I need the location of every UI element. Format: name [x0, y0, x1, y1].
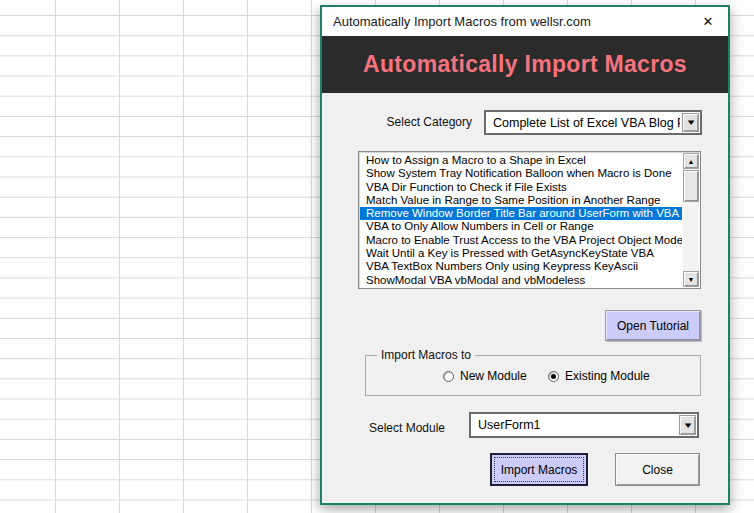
module-dropdown-arrow-button[interactable]: ▼: [679, 415, 696, 435]
module-label: Select Module: [342, 421, 445, 435]
scrollbar-thumb[interactable]: [683, 170, 699, 202]
scroll-down-icon: ▼: [688, 276, 695, 283]
macro-listbox[interactable]: How to Assign a Macro to a Shape in Exce…: [358, 151, 701, 289]
category-dropdown[interactable]: Complete List of Excel VBA Blog Posts ▼: [484, 110, 702, 135]
list-item[interactable]: Macro to Enable Trust Access to the VBA …: [360, 234, 682, 247]
dialog-title: Automatically Import Macros from wellsr.…: [322, 14, 688, 29]
radio-existing-module[interactable]: Existing Module: [548, 369, 650, 383]
list-item[interactable]: Show System Tray Notification Balloon wh…: [360, 167, 682, 180]
list-item[interactable]: VBA TextBox Numbers Only using Keypress …: [360, 260, 682, 273]
dialog-titlebar: Automatically Import Macros from wellsr.…: [322, 7, 728, 36]
scroll-up-button[interactable]: ▲: [683, 153, 699, 169]
category-value: Complete List of Excel VBA Blog Posts: [493, 112, 680, 133]
import-macros-button[interactable]: Import Macros: [490, 453, 588, 486]
macro-list-items: How to Assign a Macro to a Shape in Exce…: [360, 154, 682, 286]
close-dialog-button[interactable]: Close: [615, 453, 700, 486]
scroll-up-icon: ▲: [688, 158, 695, 165]
radio-label: New Module: [460, 369, 527, 383]
dialog-header: Automatically Import Macros: [322, 36, 728, 93]
listbox-scrollbar[interactable]: ▲ ▼: [683, 153, 699, 287]
category-label: Select Category: [346, 115, 472, 129]
header-title: Automatically Import Macros: [363, 51, 687, 78]
chevron-down-icon: ▼: [682, 421, 693, 430]
list-item[interactable]: Remove Window Border Title Bar around Us…: [360, 207, 682, 220]
scroll-down-button[interactable]: ▼: [683, 271, 699, 287]
list-item[interactable]: VBA Dir Function to Check if File Exists: [360, 181, 682, 194]
close-button[interactable]: ✕: [688, 7, 728, 36]
radio-new-module[interactable]: New Module: [443, 369, 527, 383]
import-to-options: New ModuleExisting Module: [366, 356, 700, 395]
radio-icon: [548, 371, 559, 382]
radio-label: Existing Module: [565, 369, 650, 383]
list-item[interactable]: VBA to Only Allow Numbers in Cell or Ran…: [360, 220, 682, 233]
list-item[interactable]: Match Value in Range to Same Position in…: [360, 194, 682, 207]
module-value: UserForm1: [478, 414, 677, 436]
open-tutorial-button[interactable]: Open Tutorial: [605, 310, 701, 341]
category-dropdown-arrow-button[interactable]: ▼: [682, 113, 699, 132]
module-dropdown[interactable]: UserForm1 ▼: [469, 412, 699, 438]
chevron-down-icon: ▼: [685, 118, 696, 127]
import-to-frame: Import Macros to New ModuleExisting Modu…: [365, 355, 701, 396]
radio-icon: [443, 371, 454, 382]
import-macros-dialog: Automatically Import Macros from wellsr.…: [320, 5, 730, 505]
list-item[interactable]: How to Assign a Macro to a Shape in Exce…: [360, 154, 682, 167]
close-icon: ✕: [703, 14, 714, 29]
list-item[interactable]: ShowModal VBA vbModal and vbModeless: [360, 274, 682, 286]
list-item[interactable]: Wait Until a Key is Pressed with GetAsyn…: [360, 247, 682, 260]
